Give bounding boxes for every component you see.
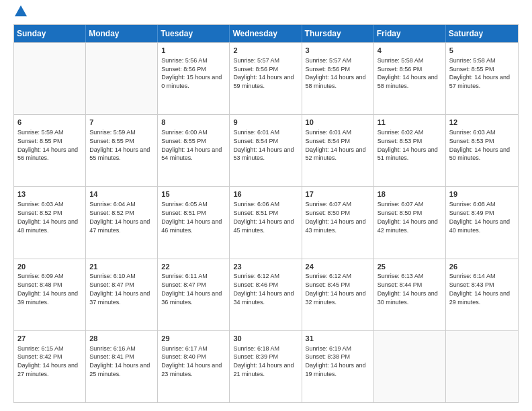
calendar-cell: 4Sunrise: 5:58 AMSunset: 8:56 PMDaylight… xyxy=(374,43,446,114)
calendar-row: 1Sunrise: 5:56 AMSunset: 8:56 PMDaylight… xyxy=(14,42,518,114)
calendar-row: 27Sunrise: 6:15 AMSunset: 8:42 PMDayligh… xyxy=(14,330,518,402)
cell-text: Sunrise: 5:58 AMSunset: 8:56 PMDaylight:… xyxy=(378,57,438,89)
calendar-cell xyxy=(446,331,518,402)
weekday-header: Wednesday xyxy=(230,25,302,42)
day-number: 12 xyxy=(449,118,515,128)
calendar-cell: 12Sunrise: 6:03 AMSunset: 8:53 PMDayligh… xyxy=(446,115,518,186)
day-number: 11 xyxy=(378,118,442,128)
cell-text: Sunrise: 5:56 AMSunset: 8:56 PMDaylight:… xyxy=(161,57,222,89)
day-number: 27 xyxy=(17,334,82,344)
calendar-cell: 5Sunrise: 5:58 AMSunset: 8:55 PMDaylight… xyxy=(446,43,518,114)
calendar-row: 20Sunrise: 6:09 AMSunset: 8:48 PMDayligh… xyxy=(14,259,518,330)
day-number: 24 xyxy=(306,262,370,272)
calendar-body: 1Sunrise: 5:56 AMSunset: 8:56 PMDaylight… xyxy=(14,42,518,402)
cell-text: Sunrise: 6:11 AMSunset: 8:47 PMDaylight:… xyxy=(161,273,222,305)
weekday-header: Saturday xyxy=(446,25,518,42)
calendar-cell: 24Sunrise: 6:12 AMSunset: 8:45 PMDayligh… xyxy=(302,259,374,330)
calendar-cell: 21Sunrise: 6:10 AMSunset: 8:47 PMDayligh… xyxy=(86,259,158,330)
cell-text: Sunrise: 6:08 AMSunset: 8:49 PMDaylight:… xyxy=(449,201,510,233)
day-number: 17 xyxy=(306,189,370,199)
cell-text: Sunrise: 6:18 AMSunset: 8:39 PMDaylight:… xyxy=(233,345,294,377)
calendar-cell: 8Sunrise: 6:00 AMSunset: 8:55 PMDaylight… xyxy=(158,115,230,186)
cell-text: Sunrise: 6:02 AMSunset: 8:53 PMDaylight:… xyxy=(378,129,438,161)
weekday-header: Thursday xyxy=(302,25,374,42)
cell-text: Sunrise: 6:07 AMSunset: 8:50 PMDaylight:… xyxy=(306,201,366,233)
day-number: 30 xyxy=(233,334,298,344)
day-number: 25 xyxy=(378,262,442,272)
day-number: 13 xyxy=(17,189,82,199)
day-number: 18 xyxy=(378,189,442,199)
calendar-cell: 18Sunrise: 6:07 AMSunset: 8:50 PMDayligh… xyxy=(374,187,446,258)
day-number: 7 xyxy=(89,118,154,128)
cell-text: Sunrise: 5:57 AMSunset: 8:56 PMDaylight:… xyxy=(233,57,294,89)
calendar-cell: 25Sunrise: 6:13 AMSunset: 8:44 PMDayligh… xyxy=(374,259,446,330)
day-number: 16 xyxy=(233,189,298,199)
calendar-cell: 23Sunrise: 6:12 AMSunset: 8:46 PMDayligh… xyxy=(230,259,302,330)
day-number: 9 xyxy=(233,118,298,128)
calendar-cell: 10Sunrise: 6:01 AMSunset: 8:54 PMDayligh… xyxy=(302,115,374,186)
day-number: 6 xyxy=(17,118,82,128)
day-number: 22 xyxy=(161,262,226,272)
calendar-cell: 7Sunrise: 5:59 AMSunset: 8:55 PMDaylight… xyxy=(86,115,158,186)
day-number: 19 xyxy=(449,189,515,199)
cell-text: Sunrise: 6:05 AMSunset: 8:51 PMDaylight:… xyxy=(161,201,222,233)
cell-text: Sunrise: 6:01 AMSunset: 8:54 PMDaylight:… xyxy=(233,129,294,161)
calendar-row: 6Sunrise: 5:59 AMSunset: 8:55 PMDaylight… xyxy=(14,114,518,186)
day-number: 14 xyxy=(89,189,154,199)
day-number: 26 xyxy=(449,262,515,272)
day-number: 4 xyxy=(378,46,442,56)
calendar-cell: 22Sunrise: 6:11 AMSunset: 8:47 PMDayligh… xyxy=(158,259,230,330)
cell-text: Sunrise: 6:15 AMSunset: 8:42 PMDaylight:… xyxy=(17,345,78,377)
calendar-cell: 28Sunrise: 6:16 AMSunset: 8:41 PMDayligh… xyxy=(86,331,158,402)
logo xyxy=(13,11,27,17)
cell-text: Sunrise: 6:06 AMSunset: 8:51 PMDaylight:… xyxy=(233,201,294,233)
calendar-cell: 2Sunrise: 5:57 AMSunset: 8:56 PMDaylight… xyxy=(230,43,302,114)
calendar-cell: 26Sunrise: 6:14 AMSunset: 8:43 PMDayligh… xyxy=(446,259,518,330)
cell-text: Sunrise: 6:17 AMSunset: 8:40 PMDaylight:… xyxy=(161,345,222,377)
cell-text: Sunrise: 6:12 AMSunset: 8:46 PMDaylight:… xyxy=(233,273,294,305)
calendar-cell: 14Sunrise: 6:04 AMSunset: 8:52 PMDayligh… xyxy=(86,187,158,258)
calendar-cell: 27Sunrise: 6:15 AMSunset: 8:42 PMDayligh… xyxy=(14,331,86,402)
day-number: 8 xyxy=(161,118,226,128)
day-number: 28 xyxy=(89,334,154,344)
logo-icon xyxy=(15,5,27,17)
day-number: 23 xyxy=(233,262,298,272)
cell-text: Sunrise: 5:59 AMSunset: 8:55 PMDaylight:… xyxy=(89,129,150,161)
cell-text: Sunrise: 6:01 AMSunset: 8:54 PMDaylight:… xyxy=(306,129,366,161)
calendar-cell: 9Sunrise: 6:01 AMSunset: 8:54 PMDaylight… xyxy=(230,115,302,186)
calendar-cell: 31Sunrise: 6:19 AMSunset: 8:38 PMDayligh… xyxy=(302,331,374,402)
day-number: 2 xyxy=(233,46,298,56)
calendar-cell: 3Sunrise: 5:57 AMSunset: 8:56 PMDaylight… xyxy=(302,43,374,114)
calendar-cell: 11Sunrise: 6:02 AMSunset: 8:53 PMDayligh… xyxy=(374,115,446,186)
cell-text: Sunrise: 6:16 AMSunset: 8:41 PMDaylight:… xyxy=(89,345,150,377)
cell-text: Sunrise: 6:03 AMSunset: 8:52 PMDaylight:… xyxy=(17,201,78,233)
calendar-cell: 19Sunrise: 6:08 AMSunset: 8:49 PMDayligh… xyxy=(446,187,518,258)
cell-text: Sunrise: 6:14 AMSunset: 8:43 PMDaylight:… xyxy=(449,273,510,305)
weekday-header: Sunday xyxy=(14,25,86,42)
calendar-cell: 6Sunrise: 5:59 AMSunset: 8:55 PMDaylight… xyxy=(14,115,86,186)
calendar-header: SundayMondayTuesdayWednesdayThursdayFrid… xyxy=(14,25,518,42)
day-number: 20 xyxy=(17,262,82,272)
calendar: SundayMondayTuesdayWednesdayThursdayFrid… xyxy=(13,24,519,403)
day-number: 29 xyxy=(161,334,226,344)
cell-text: Sunrise: 6:19 AMSunset: 8:38 PMDaylight:… xyxy=(306,345,366,377)
calendar-cell: 1Sunrise: 5:56 AMSunset: 8:56 PMDaylight… xyxy=(158,43,230,114)
cell-text: Sunrise: 5:59 AMSunset: 8:55 PMDaylight:… xyxy=(17,129,78,161)
weekday-header: Tuesday xyxy=(158,25,230,42)
svg-marker-0 xyxy=(15,5,27,16)
day-number: 31 xyxy=(306,334,370,344)
day-number: 15 xyxy=(161,189,226,199)
calendar-cell: 15Sunrise: 6:05 AMSunset: 8:51 PMDayligh… xyxy=(158,187,230,258)
header xyxy=(13,11,519,17)
cell-text: Sunrise: 6:09 AMSunset: 8:48 PMDaylight:… xyxy=(17,273,78,305)
day-number: 3 xyxy=(306,46,370,56)
day-number: 1 xyxy=(161,46,226,56)
cell-text: Sunrise: 6:00 AMSunset: 8:55 PMDaylight:… xyxy=(161,129,222,161)
cell-text: Sunrise: 5:57 AMSunset: 8:56 PMDaylight:… xyxy=(306,57,366,89)
calendar-cell: 17Sunrise: 6:07 AMSunset: 8:50 PMDayligh… xyxy=(302,187,374,258)
cell-text: Sunrise: 6:10 AMSunset: 8:47 PMDaylight:… xyxy=(89,273,150,305)
page: SundayMondayTuesdayWednesdayThursdayFrid… xyxy=(0,0,532,411)
calendar-cell: 13Sunrise: 6:03 AMSunset: 8:52 PMDayligh… xyxy=(14,187,86,258)
calendar-row: 13Sunrise: 6:03 AMSunset: 8:52 PMDayligh… xyxy=(14,186,518,258)
calendar-cell: 29Sunrise: 6:17 AMSunset: 8:40 PMDayligh… xyxy=(158,331,230,402)
